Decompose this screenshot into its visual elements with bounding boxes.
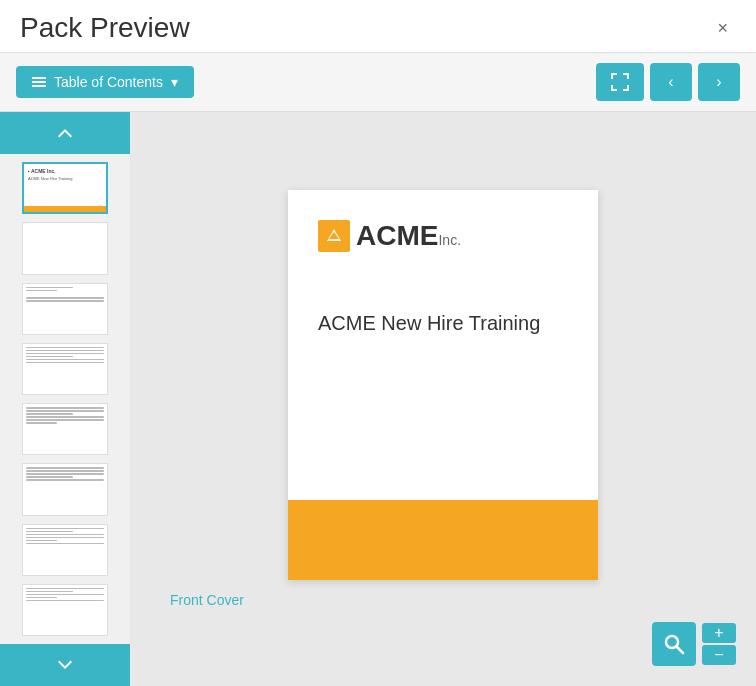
sidebar-down-button[interactable] bbox=[0, 644, 130, 686]
thumbnail-2[interactable] bbox=[22, 222, 108, 274]
document-title: ACME New Hire Training bbox=[318, 312, 540, 335]
svg-line-3 bbox=[677, 647, 684, 654]
sidebar: ▪ ACME Inc. ACME New Hire Training bbox=[0, 112, 130, 686]
toolbar: Table of Contents ▾ ‹ › bbox=[0, 53, 756, 112]
thumbnail-3[interactable] bbox=[22, 283, 108, 335]
acme-logo: ACMEInc. bbox=[318, 220, 461, 252]
page-label: Front Cover bbox=[150, 592, 244, 608]
main-preview: ACMEInc. ACME New Hire Training Front Co… bbox=[130, 112, 756, 686]
navigation-buttons: ‹ › bbox=[596, 63, 740, 101]
thumbnail-4[interactable] bbox=[22, 343, 108, 395]
toc-chevron-icon: ▾ bbox=[171, 74, 178, 90]
toc-icon bbox=[32, 77, 46, 87]
bottom-controls: + − bbox=[652, 622, 736, 666]
preview-card: ACMEInc. ACME New Hire Training bbox=[288, 190, 598, 580]
thumbnail-5[interactable] bbox=[22, 403, 108, 455]
zoom-out-button[interactable]: − bbox=[702, 645, 736, 665]
next-icon: › bbox=[716, 73, 721, 91]
thumb-orange-bar bbox=[24, 206, 106, 212]
sidebar-up-button[interactable] bbox=[0, 112, 130, 154]
company-suffix: Inc. bbox=[438, 232, 461, 248]
modal-container: Pack Preview × Table of Contents ▾ ‹ › bbox=[0, 0, 756, 686]
preview-card-body: ACMEInc. ACME New Hire Training bbox=[288, 190, 598, 500]
zoom-in-button[interactable]: + bbox=[702, 623, 736, 643]
search-button[interactable] bbox=[652, 622, 696, 666]
preview-orange-footer bbox=[288, 500, 598, 580]
prev-icon: ‹ bbox=[668, 73, 673, 91]
thumbnail-6[interactable] bbox=[22, 463, 108, 515]
chevron-up-icon bbox=[55, 123, 75, 143]
zoom-controls: + − bbox=[702, 623, 736, 665]
close-button[interactable]: × bbox=[709, 14, 736, 43]
acme-logo-icon bbox=[325, 227, 343, 245]
chevron-down-icon bbox=[55, 655, 75, 675]
thumbnail-1[interactable]: ▪ ACME Inc. ACME New Hire Training bbox=[22, 162, 108, 214]
fullscreen-button[interactable] bbox=[596, 63, 644, 101]
table-of-contents-button[interactable]: Table of Contents ▾ bbox=[16, 66, 194, 98]
toc-label: Table of Contents bbox=[54, 74, 163, 90]
modal-title: Pack Preview bbox=[20, 12, 190, 44]
company-name: ACME bbox=[356, 220, 438, 251]
search-icon bbox=[663, 633, 685, 655]
fullscreen-icon bbox=[610, 72, 630, 92]
thumbnail-8[interactable] bbox=[22, 584, 108, 636]
next-button[interactable]: › bbox=[698, 63, 740, 101]
prev-button[interactable]: ‹ bbox=[650, 63, 692, 101]
thumbnail-7[interactable] bbox=[22, 524, 108, 576]
content-area: ▪ ACME Inc. ACME New Hire Training bbox=[0, 112, 756, 686]
modal-header: Pack Preview × bbox=[0, 0, 756, 53]
acme-icon bbox=[318, 220, 350, 252]
thumbnail-list: ▪ ACME Inc. ACME New Hire Training bbox=[0, 154, 130, 644]
